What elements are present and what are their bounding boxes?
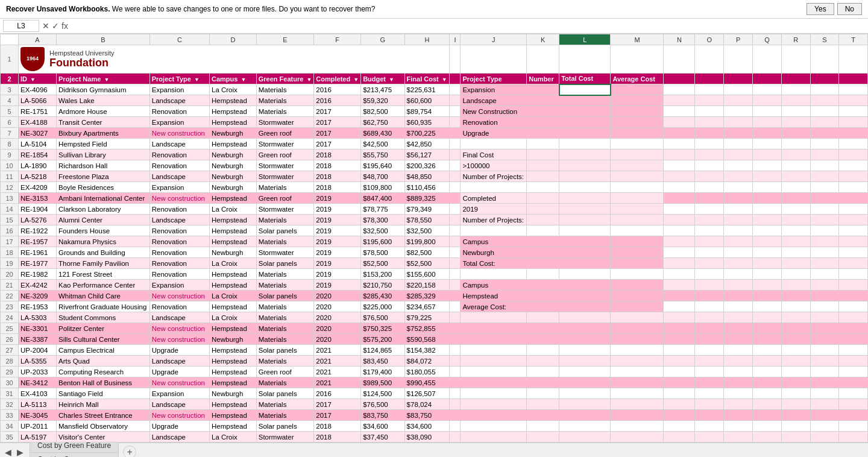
cell-final-cost[interactable]: $83,750 [404,410,450,421]
cell-green-feature[interactable]: Materials [256,356,314,367]
cell-green-feature[interactable]: Materials [256,312,314,323]
avg-cost-val[interactable] [611,301,664,312]
cell-final-cost[interactable]: $52,500 [404,258,450,269]
number-val[interactable] [527,215,559,225]
cell-project-type[interactable]: Renovation [149,236,209,247]
cell-project-type[interactable]: Expansion [149,182,209,193]
cell-col-15[interactable] [724,193,753,204]
col-c[interactable]: C [149,34,209,45]
col-s[interactable]: S [810,34,839,45]
cell-completed[interactable]: 2020 [314,301,361,312]
cell-budget[interactable]: $59,320 [361,95,404,106]
project-type-val[interactable] [461,345,527,356]
cell-1-o[interactable] [695,45,724,74]
avg-cost-val[interactable] [611,432,664,443]
cell-col-19[interactable] [839,236,868,247]
cell-col-19[interactable] [839,150,868,160]
cell-col-16[interactable] [753,171,782,182]
col-m[interactable]: M [611,34,664,45]
total-cost-val[interactable] [559,443,611,443]
cell-id[interactable]: LA-5276 [19,215,57,225]
cell-col-18[interactable] [810,225,839,236]
cell-col-15[interactable] [724,269,753,280]
cell-col-18[interactable] [810,117,839,128]
cell-col-15[interactable] [724,84,753,95]
number-val[interactable] [527,367,559,377]
cell-campus[interactable]: Newburgh [209,128,256,139]
cell-col-15[interactable] [724,377,753,388]
cell-project-type[interactable]: New construction [149,128,209,139]
project-type-val[interactable] [461,312,527,323]
cell-completed[interactable]: 2019 [314,247,361,258]
total-cost-val[interactable] [559,432,611,443]
cell-final-cost[interactable]: $220,158 [404,280,450,291]
cell-budget[interactable]: $179,400 [361,367,404,377]
total-cost-val[interactable] [559,280,611,291]
cell-budget[interactable]: $82,500 [361,106,404,117]
cell-col-18[interactable] [810,345,839,356]
cell-col-14[interactable] [695,421,724,432]
cell-col-15[interactable] [724,215,753,225]
cell-1-s[interactable] [810,45,839,74]
cell-col-18[interactable] [810,377,839,388]
cell-col-17[interactable] [781,128,810,139]
cell-final-cost[interactable]: $234,657 [404,301,450,312]
cell-campus[interactable]: Newburgh [209,182,256,193]
cell-campus[interactable]: Hempstead [209,117,256,128]
number-val[interactable] [527,269,559,280]
cell-col-13[interactable] [664,215,695,225]
cell-col-18[interactable] [810,269,839,280]
cell-col-17[interactable] [781,323,810,334]
cell-budget[interactable]: $42,500 [361,139,404,150]
hdr-project-type[interactable]: Project Type ▼ [149,74,209,84]
cell-final-cost[interactable]: $200,326 [404,160,450,171]
cell-col-17[interactable] [781,432,810,443]
cell-ref-input[interactable] [3,20,39,32]
avg-cost-val[interactable] [611,410,664,421]
cell-id[interactable]: RE-1953 [19,301,57,312]
cell-col-17[interactable] [781,106,810,117]
cell-campus[interactable]: Hempstead [209,269,256,280]
cell-col-18[interactable] [810,421,839,432]
cell-completed[interactable]: 2021 [314,356,361,367]
cell-col-13[interactable] [664,258,695,269]
total-cost-val[interactable] [559,312,611,323]
cell-col-15[interactable] [724,291,753,301]
cell-project-type[interactable]: Expansion [149,84,209,95]
total-cost-val[interactable] [559,291,611,301]
cell-col-17[interactable] [781,410,810,421]
total-cost-val[interactable] [559,323,611,334]
cell-project-type[interactable]: Expansion [149,280,209,291]
cell-col-13[interactable] [664,345,695,356]
cell-budget[interactable]: $62,750 [361,117,404,128]
col-o[interactable]: O [695,34,724,45]
cell-col-18[interactable] [810,280,839,291]
cell-col-15[interactable] [724,204,753,215]
cell-project-type[interactable]: New construction [149,377,209,388]
yes-button[interactable]: Yes [807,3,834,15]
cell-col-14[interactable] [695,410,724,421]
cell-col-13[interactable] [664,301,695,312]
total-cost-val[interactable] [559,106,611,117]
project-type-val[interactable]: Final Cost [461,150,527,160]
cell-project-type[interactable]: Renovation [149,247,209,258]
cell-col-13[interactable] [664,150,695,160]
cell-col-18[interactable] [810,160,839,171]
cell-completed[interactable]: 2016 [314,95,361,106]
cell-col-14[interactable] [695,432,724,443]
number-val[interactable] [527,193,559,204]
cell-completed[interactable]: 2019 [314,269,361,280]
grid-scroll[interactable]: A B C D E F G H I J K L M N O P Q [0,34,868,443]
cell-col-13[interactable] [664,117,695,128]
cell-green-feature[interactable]: Stormwater [256,432,314,443]
cell-project-name[interactable]: Thorne Family Pavilion [57,258,150,269]
cell-budget[interactable]: $109,800 [361,182,404,193]
total-cost-val[interactable] [559,421,611,432]
cell-green-feature[interactable]: Solar panels [256,388,314,399]
cell-final-cost[interactable]: $110,456 [404,182,450,193]
cell-col-14[interactable] [695,312,724,323]
cell-col-14[interactable] [695,150,724,160]
cell-green-feature[interactable]: Green roof [256,150,314,160]
cell-col-18[interactable] [810,291,839,301]
total-cost-val[interactable] [559,171,611,182]
